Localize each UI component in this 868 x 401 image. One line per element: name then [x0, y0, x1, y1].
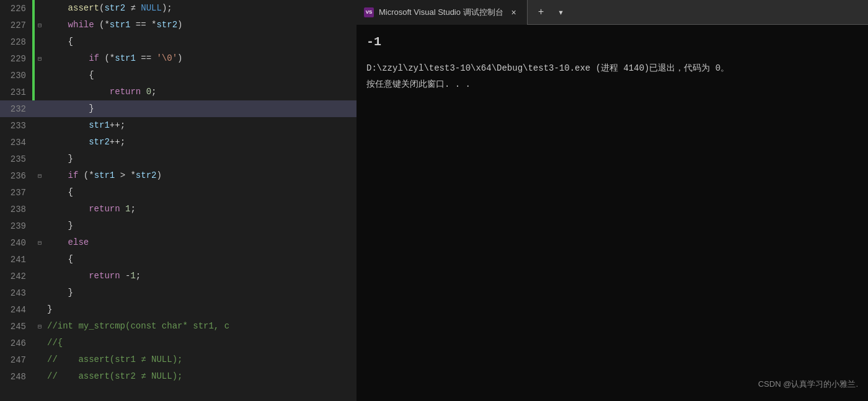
line-number: 233 — [0, 121, 32, 131]
code-content: } — [45, 284, 356, 301]
line-bar — [32, 201, 35, 218]
code-line: 233 str1++; — [0, 117, 356, 134]
code-line: 242 return -1; — [0, 268, 356, 284]
tab-actions: + ▾ — [528, 4, 575, 21]
line-number: 231 — [0, 87, 32, 97]
code-content: { — [45, 67, 356, 84]
line-number: 229 — [0, 54, 32, 64]
code-line: 240⊟ else — [0, 234, 356, 251]
code-content: } — [45, 218, 356, 234]
code-content: // assert(str2 ≠ NULL); — [45, 368, 356, 385]
line-number: 228 — [0, 37, 32, 47]
code-line: 230 { — [0, 67, 356, 84]
output-result: -1 — [366, 32, 858, 52]
code-content: return -1; — [45, 268, 356, 284]
watermark: CSDN @认真学习的小雅兰. — [758, 378, 858, 391]
line-number: 241 — [0, 255, 32, 265]
line-number: 239 — [0, 221, 32, 231]
code-line: 237 { — [0, 184, 356, 201]
code-content: //{ — [45, 335, 356, 351]
code-line: 229⊟ if (*str1 == '\0') — [0, 50, 356, 67]
line-bar — [32, 84, 35, 100]
code-line: 247// assert(str1 ≠ NULL); — [0, 351, 356, 368]
code-line: 228 { — [0, 33, 356, 50]
code-line: 245⊟//int my_strcmp(const char* str1, c — [0, 318, 356, 335]
line-number: 245 — [0, 322, 32, 332]
console-output: -1 D:\zzyl\zyl\test3-10\x64\Debug\test3-… — [356, 25, 868, 401]
line-number: 230 — [0, 71, 32, 81]
code-line: 235 } — [0, 151, 356, 167]
line-bar — [32, 284, 35, 301]
line-bar — [32, 251, 35, 268]
code-line: 244} — [0, 301, 356, 318]
fold-icon[interactable]: ⊟ — [35, 322, 45, 332]
line-bar — [32, 100, 35, 117]
line-number: 227 — [0, 20, 32, 30]
code-content: if (*str1 == '\0') — [45, 50, 356, 67]
code-line: 241 { — [0, 251, 356, 268]
code-line: 234 str2++; — [0, 134, 356, 151]
line-number: 247 — [0, 355, 32, 365]
code-line: 248// assert(str2 ≠ NULL); — [0, 368, 356, 385]
tab-close-button[interactable]: × — [508, 7, 520, 18]
line-bar — [32, 351, 35, 368]
line-bar — [32, 268, 35, 284]
code-line: 226 assert(str2 ≠ NULL); — [0, 0, 356, 17]
code-editor: 226 assert(str2 ≠ NULL);227⊟ while (*str… — [0, 0, 356, 401]
code-line: 231 return 0; — [0, 84, 356, 100]
tab-dropdown-button[interactable]: ▾ — [552, 4, 570, 21]
line-number: 243 — [0, 288, 32, 298]
line-number: 235 — [0, 154, 32, 164]
code-content: { — [45, 184, 356, 201]
line-bar — [32, 117, 35, 134]
line-number: 236 — [0, 171, 32, 181]
console-tab[interactable]: VS Microsoft Visual Studio 调试控制台 × — [356, 0, 528, 25]
code-line: 236⊟ if (*str1 > *str2) — [0, 167, 356, 184]
fold-icon[interactable]: ⊟ — [35, 238, 45, 248]
line-bar — [32, 151, 35, 167]
code-content: else — [45, 234, 356, 251]
code-content: } — [45, 301, 356, 318]
line-bar — [32, 184, 35, 201]
code-line: 227⊟ while (*str1 == *str2) — [0, 17, 356, 33]
line-number: 248 — [0, 372, 32, 382]
line-bar — [32, 301, 35, 318]
console-tab-bar: VS Microsoft Visual Studio 调试控制台 × + ▾ — [356, 0, 868, 25]
code-line: 238 return 1; — [0, 201, 356, 218]
code-content: } — [45, 151, 356, 167]
fold-icon[interactable]: ⊟ — [35, 171, 45, 181]
line-bar — [32, 368, 35, 385]
code-content: { — [45, 33, 356, 50]
code-content: //int my_strcmp(const char* str1, c — [45, 318, 356, 335]
code-content: while (*str1 == *str2) — [45, 17, 356, 33]
code-content: if (*str1 > *str2) — [45, 167, 356, 184]
code-content: assert(str2 ≠ NULL); — [45, 0, 356, 17]
line-number: 240 — [0, 238, 32, 248]
code-content: { — [45, 251, 356, 268]
line-bar — [32, 134, 35, 151]
code-content: // assert(str1 ≠ NULL); — [45, 351, 356, 368]
line-bar — [32, 335, 35, 351]
code-line: 246//{ — [0, 335, 356, 351]
console-tab-label: Microsoft Visual Studio 调试控制台 — [379, 7, 503, 18]
code-lines: 226 assert(str2 ≠ NULL);227⊟ while (*str… — [0, 0, 356, 401]
vs-icon: VS — [364, 7, 374, 17]
console-panel: VS Microsoft Visual Studio 调试控制台 × + ▾ -… — [356, 0, 868, 401]
line-number: 234 — [0, 138, 32, 148]
tab-add-button[interactable]: + — [533, 4, 550, 21]
line-bar — [32, 33, 35, 50]
code-content: } — [45, 100, 356, 117]
output-prompt: 按任意键关闭此窗口. . . — [366, 77, 858, 91]
line-number: 232 — [0, 104, 32, 114]
fold-icon[interactable]: ⊟ — [35, 20, 45, 30]
code-line: 232 } — [0, 100, 356, 117]
line-number: 237 — [0, 188, 32, 198]
line-bar — [32, 67, 35, 84]
line-number: 246 — [0, 338, 32, 348]
fold-icon[interactable]: ⊟ — [35, 54, 45, 64]
code-line: 243 } — [0, 284, 356, 301]
code-content: return 1; — [45, 201, 356, 218]
output-path-line1: D:\zzyl\zyl\test3-10\x64\Debug\test3-10.… — [366, 62, 858, 75]
line-number: 238 — [0, 205, 32, 214]
code-content: str1++; — [45, 117, 356, 134]
